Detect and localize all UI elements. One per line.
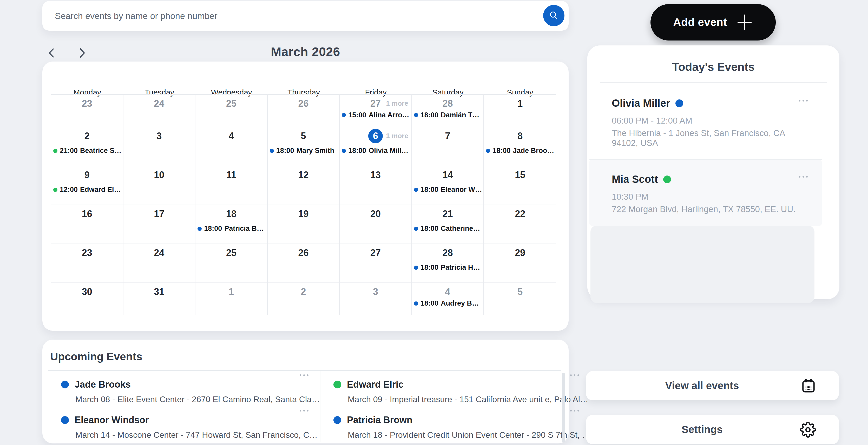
calendar-day-cell[interactable]: 1818:00Patricia B…	[195, 205, 268, 243]
calendar-day-cell[interactable]: 31	[123, 282, 196, 315]
calendar-day-cell[interactable]: 10	[123, 166, 196, 205]
calendar-day-cell[interactable]: 23	[51, 94, 123, 127]
day-number: 7	[440, 129, 455, 143]
search-button[interactable]	[543, 5, 564, 26]
today-event-row[interactable]: Olivia Miller06:00 PM - 12:00 AMThe Hibe…	[589, 84, 822, 160]
calendar-day-cell[interactable]: 221:00Beatrice S…	[51, 127, 123, 166]
event-chip[interactable]: 18:00Audrey B…	[414, 299, 483, 307]
calendar-day-cell[interactable]: 26	[268, 243, 340, 282]
calendar-day-cell[interactable]: 818:00Jade Broo…	[484, 127, 556, 166]
calendar-day-cell[interactable]: 7	[412, 127, 484, 166]
event-menu-dots-icon[interactable]	[300, 410, 308, 412]
calendar-day-cell[interactable]: 1418:00Eleanor W…	[412, 166, 484, 205]
event-chip[interactable]: 18:00Damián T…	[414, 111, 483, 119]
search-input[interactable]	[54, 11, 569, 21]
event-details: March 14 - Moscone Center - 747 Howard S…	[75, 430, 320, 440]
event-time: 18:00	[421, 264, 438, 272]
calendar-day-cell[interactable]: 912:00Edward El…	[51, 166, 123, 205]
event-chip[interactable]: 18:00Patricia B…	[197, 225, 267, 233]
event-chip[interactable]: 18:00Jade Broo…	[486, 147, 556, 155]
event-chip[interactable]: 18:00Catherine…	[414, 225, 483, 233]
calendar-day-cell[interactable]: 24	[123, 243, 196, 282]
calendar-day-cell[interactable]: 29	[484, 243, 556, 282]
calendar-day-cell[interactable]: 19	[268, 205, 340, 243]
event-menu-dots-icon[interactable]	[570, 410, 579, 412]
view-all-events-label: View all events	[665, 380, 760, 391]
calendar-day-cell[interactable]: 13	[340, 166, 412, 205]
day-number: 26	[296, 96, 311, 111]
event-menu-dots-icon[interactable]	[799, 100, 808, 102]
day-number: 4	[440, 284, 455, 299]
upcoming-events-title: Upcoming Events	[50, 350, 143, 363]
day-number: 18	[224, 207, 239, 221]
calendar-icon	[801, 378, 816, 393]
calendar-day-cell[interactable]: 24	[123, 94, 196, 127]
event-name: Jade Brooks	[74, 379, 131, 390]
day-number: 24	[152, 246, 166, 260]
calendar-day-cell[interactable]: 27	[340, 243, 412, 282]
event-menu-dots-icon[interactable]	[300, 374, 308, 376]
calendar-day-cell[interactable]: 25	[195, 94, 268, 127]
calendar-day-cell[interactable]: 12	[268, 166, 340, 205]
calendar-day-cell[interactable]: 15	[484, 166, 556, 205]
calendar-day-cell[interactable]: 22	[484, 205, 556, 243]
view-all-events-button[interactable]: View all events	[586, 371, 839, 400]
calendar-day-cell[interactable]: 3	[123, 127, 196, 166]
event-time: 10:30 PM	[612, 192, 807, 202]
upcoming-event-item[interactable]: Jade BrooksMarch 08 - Elite Event Center…	[48, 371, 320, 406]
event-chip[interactable]: 18:00Olivia Mill…	[342, 147, 411, 155]
event-time: 21:00	[60, 147, 78, 155]
today-event-row[interactable]: Mia Scott10:30 PM722 Morgan Blvd, Harlin…	[589, 160, 822, 226]
calendar-day-cell[interactable]: 17	[123, 205, 196, 243]
day-number: 1	[224, 284, 239, 299]
todays-events-list: Olivia Miller06:00 PM - 12:00 AMThe Hibe…	[589, 84, 822, 303]
calendar-day-cell[interactable]: 5	[484, 282, 556, 315]
day-number: 23	[80, 96, 94, 111]
event-time: 18:00	[493, 147, 510, 155]
calendar-day-cell[interactable]: 2118:00Catherine…	[412, 205, 484, 243]
calendar-day-cell[interactable]: 25	[195, 243, 268, 282]
event-chip[interactable]: 18:00Patricia H…	[414, 264, 483, 272]
event-menu-dots-icon[interactable]	[570, 374, 579, 376]
day-number: 25	[224, 96, 239, 111]
calendar-day-cell[interactable]: 2818:00Damián T…	[412, 94, 484, 127]
calendar-day-cell[interactable]: 2	[268, 282, 340, 315]
day-number: 2	[296, 284, 311, 299]
calendar-day-cell[interactable]: 4	[195, 127, 268, 166]
event-chip[interactable]: 18:00Eleanor W…	[414, 185, 483, 194]
more-events-label[interactable]: 1 more	[386, 132, 408, 140]
event-location: The Hibernia - 1 Jones St, San Francisco…	[612, 128, 807, 148]
calendar-day-cell[interactable]: 11	[195, 166, 268, 205]
settings-button[interactable]: Settings	[586, 415, 839, 444]
upcoming-event-item[interactable]: Edward ElricMarch 09 - Imperial treasure…	[320, 371, 590, 406]
gear-icon	[800, 422, 816, 438]
add-event-button[interactable]: Add event	[650, 4, 776, 40]
calendar-day-cell[interactable]: 271 more15:00Alina Arro…	[340, 94, 412, 127]
event-chip[interactable]: 18:00Mary Smith	[270, 147, 339, 155]
upcoming-event-item[interactable]: Patricia BrownMarch 18 - Provident Credi…	[320, 406, 590, 442]
calendar-day-cell[interactable]: 1	[484, 94, 556, 127]
upcoming-scrollbar[interactable]	[562, 373, 565, 442]
calendar-day-cell[interactable]: 61 more18:00Olivia Mill…	[340, 127, 412, 166]
calendar-day-cell[interactable]: 2818:00Patricia H…	[412, 243, 484, 282]
event-name-line: Edward Elric	[334, 379, 590, 390]
event-chip[interactable]: 21:00Beatrice S…	[53, 147, 122, 155]
event-chip[interactable]: 12:00Edward El…	[53, 185, 122, 194]
empty-list-area	[590, 226, 814, 303]
calendar-day-cell[interactable]: 20	[340, 205, 412, 243]
event-menu-dots-icon[interactable]	[799, 176, 808, 178]
calendar-day-cell[interactable]: 30	[51, 282, 123, 315]
calendar-day-cell[interactable]: 418:00Audrey B…	[412, 282, 484, 315]
calendar-day-cell[interactable]: 518:00Mary Smith	[268, 127, 340, 166]
event-chip[interactable]: 15:00Alina Arro…	[342, 111, 411, 119]
calendar-day-cell[interactable]: 3	[340, 282, 412, 315]
day-number: 6	[368, 129, 383, 143]
more-events-label[interactable]: 1 more	[386, 99, 408, 107]
event-dot-icon	[414, 227, 418, 231]
calendar-day-cell[interactable]: 16	[51, 205, 123, 243]
event-location: 722 Morgan Blvd, Harlingen, TX 78550, EE…	[612, 204, 807, 214]
calendar-day-cell[interactable]: 26	[268, 94, 340, 127]
calendar-day-cell[interactable]: 23	[51, 243, 123, 282]
calendar-day-cell[interactable]: 1	[195, 282, 268, 315]
upcoming-event-item[interactable]: Eleanor WindsorMarch 14 - Moscone Center…	[48, 406, 320, 442]
